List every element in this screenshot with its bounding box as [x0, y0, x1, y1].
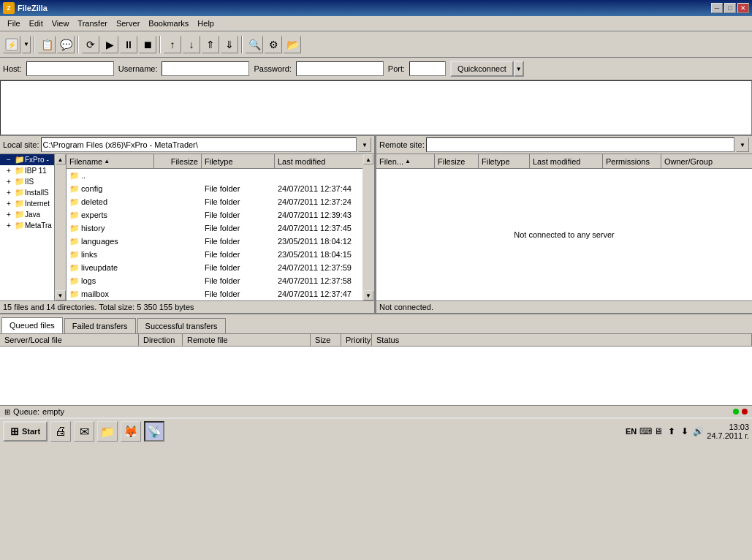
tree-expand-fxpro[interactable]: − — [3, 156, 15, 164]
menu-edit[interactable]: Edit — [25, 18, 48, 29]
port-input[interactable] — [409, 61, 446, 76]
tab-failed-transfers[interactable]: Failed transfers — [64, 318, 136, 333]
minimize-button[interactable]: ─ — [711, 3, 723, 13]
tree-item-fxpro[interactable]: − 📁 FxPro - — [0, 154, 54, 165]
remote-col-filesize[interactable]: Filesize — [435, 154, 479, 168]
file-row-languages[interactable]: 📁 languages File folder 23/05/2011 18:04… — [67, 235, 362, 248]
file-row-logs[interactable]: 📁 logs File folder 24/07/2011 12:37:58 — [67, 274, 362, 287]
remote-site-path[interactable] — [426, 137, 734, 152]
toolbar-new-site[interactable]: ⚡ — [3, 36, 20, 53]
file-row-liveupdate[interactable]: 📁 liveupdate File folder 24/07/2011 12:3… — [67, 261, 362, 274]
toolbar-btn-3[interactable]: ⟳ — [82, 36, 99, 53]
local-site-path[interactable] — [41, 137, 357, 152]
toolbar-btn-9[interactable]: ⇑ — [202, 36, 219, 53]
file-row-history[interactable]: 📁 history File folder 24/07/2011 12:37:4… — [67, 222, 362, 235]
taskbar-app-printer[interactable]: 🖨 — [50, 421, 71, 442]
taskbar-app-firefox[interactable]: 🦊 — [121, 421, 141, 442]
remote-col-owner[interactable]: Owner/Group — [661, 154, 752, 168]
password-input[interactable] — [296, 61, 384, 76]
toolbar-btn-8[interactable]: ↓ — [183, 36, 200, 53]
remote-file-headers: Filen... ▲ Filesize Filetype Last modifi… — [376, 154, 752, 169]
tree-expand-iis[interactable]: + — [3, 178, 15, 186]
queue-col-priority[interactable]: Priority — [341, 334, 372, 346]
file-row-deleted[interactable]: 📁 deleted File folder 24/07/2011 12:37:2… — [67, 195, 362, 208]
toolbar: ⚡ ▼ 📋 💬 ⟳ ▶ ⏸ ⏹ ↑ ↓ ⇑ ⇓ 🔍 ⚙ 📂 — [0, 31, 752, 58]
maximize-button[interactable]: □ — [724, 3, 736, 13]
quickconnect-button[interactable]: Quickconnect — [450, 61, 514, 77]
username-input[interactable] — [162, 61, 249, 76]
title-bar-controls[interactable]: ─ □ ✕ — [711, 3, 749, 13]
svg-text:⚡: ⚡ — [7, 40, 17, 50]
col-filetype[interactable]: Filetype — [202, 154, 275, 168]
file-row-mailbox[interactable]: 📁 mailbox File folder 24/07/2011 12:37:4… — [67, 287, 362, 300]
remote-col-filetype-label: Filetype — [482, 157, 510, 166]
tree-scroll-up[interactable]: ▲ — [56, 154, 66, 164]
tree-item-java[interactable]: + 📁 Java — [0, 209, 54, 220]
menu-bookmarks[interactable]: Bookmarks — [144, 18, 193, 29]
taskbar-app-filezilla[interactable]: 📡 — [144, 421, 164, 442]
tree-item-ie[interactable]: + 📁 Internet — [0, 198, 54, 209]
tree-item-iis[interactable]: + 📁 IIS — [0, 176, 54, 187]
tree-item-ibp[interactable]: + 📁 IBP 11 — [0, 165, 54, 176]
config-name: config — [81, 184, 102, 193]
menu-server[interactable]: Server — [112, 18, 144, 29]
menu-help[interactable]: Help — [193, 18, 219, 29]
remote-site-label: Remote site: — [379, 140, 425, 149]
file-scroll-up[interactable]: ▲ — [363, 154, 373, 164]
col-modified[interactable]: Last modified — [275, 154, 362, 168]
menu-file[interactable]: File — [3, 18, 25, 29]
col-filesize[interactable]: Filesize — [154, 154, 202, 168]
taskbar-app-email[interactable]: ✉ — [74, 421, 94, 442]
toolbar-btn-2[interactable]: 💬 — [57, 36, 75, 53]
toolbar-btn-6[interactable]: ⏹ — [139, 36, 156, 53]
taskbar-app-folder[interactable]: 📁 — [97, 421, 118, 442]
queue-col-status[interactable]: Status — [372, 334, 752, 346]
tree-expand-ibp[interactable]: + — [3, 167, 15, 175]
queue-col-direction[interactable]: Direction — [139, 334, 183, 346]
remote-col-filetype[interactable]: Filetype — [479, 154, 530, 168]
toolbar-dropdown-1[interactable]: ▼ — [22, 36, 31, 53]
file-row-experts[interactable]: 📁 experts File folder 24/07/2011 12:39:4… — [67, 208, 362, 222]
toolbar-btn-7[interactable]: ↑ — [164, 36, 181, 53]
remote-col-filename[interactable]: Filen... ▲ — [376, 154, 435, 168]
queue-content — [0, 347, 752, 405]
tree-item-installshield[interactable]: + 📁 InstallS — [0, 187, 54, 198]
queue-col-size[interactable]: Size — [311, 334, 341, 346]
local-site-dropdown[interactable]: ▼ — [358, 137, 371, 152]
tree-expand-installshield[interactable]: + — [3, 189, 15, 197]
toolbar-btn-4[interactable]: ▶ — [101, 36, 118, 53]
remote-col-permissions[interactable]: Permissions — [603, 154, 661, 168]
languages-name: languages — [81, 237, 118, 246]
tree-folder-installshield: 📁 — [15, 188, 25, 197]
tab-queued-files[interactable]: Queued files — [1, 317, 63, 333]
mailbox-name: mailbox — [81, 290, 109, 298]
tree-expand-mt[interactable]: + — [3, 222, 15, 230]
not-connected-text: Not connected to any server — [514, 230, 615, 239]
file-row-links[interactable]: 📁 links File folder 23/05/2011 18:04:15 — [67, 248, 362, 261]
file-row-parent[interactable]: 📁 .. — [67, 169, 362, 182]
toolbar-btn-1[interactable]: 📋 — [38, 36, 56, 53]
queue-col-remote-file[interactable]: Remote file — [183, 334, 311, 346]
toolbar-btn-12[interactable]: ⚙ — [265, 36, 282, 53]
tree-item-mt[interactable]: + 📁 MetaTra — [0, 220, 54, 231]
host-input[interactable] — [26, 61, 114, 76]
quickconnect-dropdown[interactable]: ▼ — [514, 61, 524, 77]
col-filename[interactable]: Filename ▲ — [67, 154, 154, 168]
start-button[interactable]: ⊞ Start — [3, 421, 48, 442]
tree-scroll-down[interactable]: ▼ — [56, 290, 66, 300]
tree-expand-ie[interactable]: + — [3, 200, 15, 208]
menu-view[interactable]: View — [48, 18, 74, 29]
menu-transfer[interactable]: Transfer — [73, 18, 112, 29]
tab-successful-transfers[interactable]: Successful transfers — [137, 318, 226, 333]
remote-col-modified[interactable]: Last modified — [530, 154, 603, 168]
queue-col-server-file[interactable]: Server/Local file — [0, 334, 139, 346]
toolbar-btn-10[interactable]: ⇓ — [221, 36, 238, 53]
file-scroll-down[interactable]: ▼ — [363, 290, 373, 300]
toolbar-btn-5[interactable]: ⏸ — [120, 36, 137, 53]
file-row-config[interactable]: 📁 config File folder 24/07/2011 12:37:44 — [67, 182, 362, 195]
tree-expand-java[interactable]: + — [3, 211, 15, 219]
close-button[interactable]: ✕ — [737, 3, 749, 13]
toolbar-btn-13[interactable]: 📂 — [284, 36, 301, 53]
remote-site-dropdown[interactable]: ▼ — [736, 137, 749, 152]
toolbar-btn-11[interactable]: 🔍 — [246, 36, 263, 53]
